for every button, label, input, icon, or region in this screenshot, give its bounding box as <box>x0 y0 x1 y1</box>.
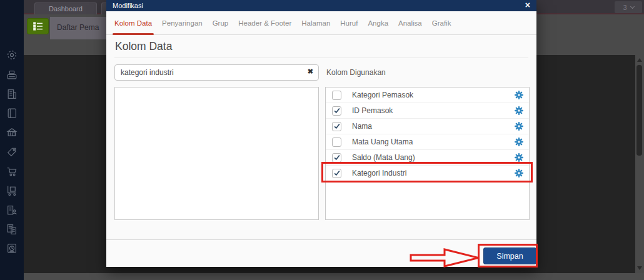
column-label: Mata Uang Utama <box>352 138 515 146</box>
bottom-bar <box>24 273 644 280</box>
column-checkbox[interactable] <box>332 153 341 162</box>
section-title: Kolom Data <box>115 40 172 53</box>
clear-search-icon[interactable]: ✖ <box>308 68 313 76</box>
modal-tab[interactable]: Penyaringan <box>162 11 203 35</box>
modal-tab-bar: Kolom DataPenyaringanGrupHeader & Footer… <box>106 11 536 35</box>
used-columns-list: Kategori Pemasok ID Pemasok <box>325 87 530 220</box>
bank-icon[interactable] <box>6 126 18 139</box>
journal-icon[interactable] <box>6 107 18 119</box>
search-input[interactable] <box>114 64 319 81</box>
modifikasi-dialog: Modifikasi × Kolom DataPenyaringanGrupHe… <box>106 0 536 267</box>
used-column-row[interactable]: Kategori Pemasok <box>326 88 529 103</box>
checkmark-icon <box>333 107 341 114</box>
modal-tab[interactable]: Huruf <box>340 11 358 35</box>
tutorial-arrow-icon <box>410 248 480 268</box>
reports-icon[interactable] <box>6 242 18 255</box>
screen: Dashboard Berita 3 Daftar Pema <box>0 0 644 280</box>
chevron-down-icon <box>630 4 635 8</box>
divider <box>114 58 528 58</box>
close-icon[interactable]: × <box>525 0 530 11</box>
column-settings-gear-icon[interactable] <box>515 138 523 146</box>
column-label: ID Pemasok <box>352 106 515 115</box>
used-column-row[interactable]: ID Pemasok <box>326 103 529 119</box>
modal-tab[interactable]: Analisa <box>398 11 422 35</box>
column-search: ✖ <box>114 64 319 81</box>
modal-tab[interactable]: Halaman <box>301 11 330 35</box>
highlight-box-kategori-industri <box>321 162 533 182</box>
checkmark-icon <box>333 154 341 161</box>
dialog-title: Modifikasi <box>113 2 143 9</box>
column-checkbox[interactable] <box>332 91 341 100</box>
used-columns-label: Kolom Digunakan <box>326 64 386 81</box>
vertical-scrollbar[interactable] <box>635 55 644 273</box>
cashier-icon[interactable] <box>6 68 18 81</box>
column-checkbox[interactable] <box>332 106 341 116</box>
assets-icon[interactable] <box>6 204 18 216</box>
inventory-trolley-icon[interactable] <box>6 184 18 197</box>
scroll-down-icon[interactable] <box>637 266 642 270</box>
sidebar-nav <box>0 0 24 280</box>
modal-tab[interactable]: Grafik <box>432 11 451 35</box>
purchases-cart-icon[interactable] <box>6 165 18 178</box>
list-view-button[interactable] <box>27 18 49 34</box>
footer-divider <box>106 239 536 240</box>
dialog-title-bar[interactable]: Modifikasi × <box>106 0 536 11</box>
column-settings-gear-icon[interactable] <box>515 91 523 99</box>
modal-tab[interactable]: Header & Footer <box>238 11 291 35</box>
tax-icon[interactable] <box>6 223 18 236</box>
available-columns-list[interactable] <box>114 87 319 220</box>
company-icon[interactable] <box>6 88 18 100</box>
modal-tab[interactable]: Grup <box>213 11 229 35</box>
tab-daftar-pemasok[interactable]: Daftar Pema <box>50 17 108 39</box>
column-label: Kategori Pemasok <box>352 91 515 99</box>
price-tag-icon[interactable] <box>6 146 18 158</box>
column-label: Nama <box>352 122 515 131</box>
column-settings-gear-icon[interactable] <box>515 106 523 115</box>
modal-tab[interactable]: Kolom Data <box>114 11 152 35</box>
tab-pager-dropdown[interactable]: 3 <box>615 1 642 13</box>
column-label: Saldo (Mata Uang) <box>352 153 515 162</box>
modal-tab[interactable]: Angka <box>368 11 388 35</box>
scrollbar-thumb[interactable] <box>636 65 642 156</box>
column-settings-gear-icon[interactable] <box>515 153 523 162</box>
list-icon <box>33 21 44 31</box>
column-checkbox[interactable] <box>332 138 341 147</box>
used-column-row[interactable]: Nama <box>326 119 529 134</box>
settings-icon[interactable] <box>6 49 18 61</box>
checkmark-icon <box>333 122 341 130</box>
used-column-row[interactable]: Mata Uang Utama <box>326 134 529 150</box>
column-settings-gear-icon[interactable] <box>515 122 523 131</box>
scroll-up-icon[interactable] <box>637 58 642 62</box>
tab-dashboard[interactable]: Dashboard <box>34 2 97 14</box>
highlight-box-save <box>478 244 538 268</box>
column-checkbox[interactable] <box>332 122 341 131</box>
tab-count: 3 <box>623 4 626 11</box>
